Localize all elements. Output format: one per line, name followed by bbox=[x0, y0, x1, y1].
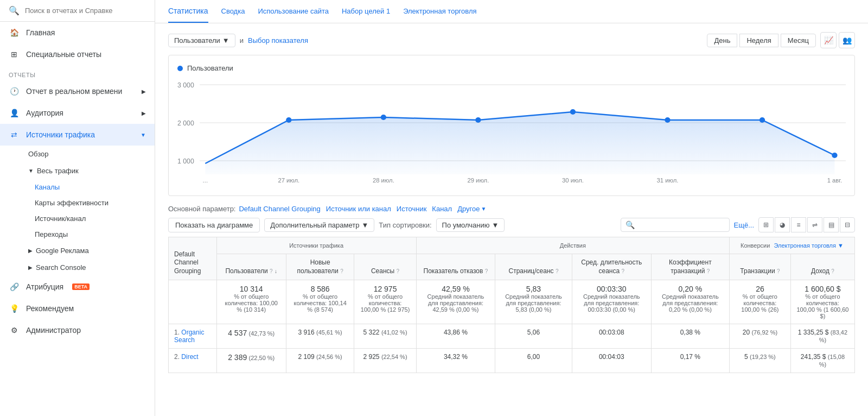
metric-dropdown-label: Пользователи bbox=[174, 36, 220, 45]
param-link-2[interactable]: Источник или канал bbox=[326, 205, 391, 213]
sidebar-item-realtime[interactable]: 🕐 Отчет в реальном времени ▶ bbox=[0, 80, 155, 102]
chevron-down-small-icon: ▼ bbox=[28, 168, 34, 174]
tab-goals[interactable]: Набор целей 1 bbox=[342, 1, 390, 23]
totals-bounce: 42,59 % Средний показатель для представл… bbox=[416, 280, 495, 324]
totals-duration: 00:03:30 Средний показатель для представ… bbox=[572, 280, 651, 324]
chevron-other-icon: ▼ bbox=[481, 206, 486, 212]
chevron-right-small-icon: ▶ bbox=[28, 248, 33, 254]
table-view-buttons: ⊞ ◕ ≡ ⇌ ▤ ⊟ bbox=[758, 217, 855, 232]
row2-revenue: 241,35 $ (15,08 %) bbox=[790, 349, 854, 373]
line-chart-btn[interactable]: 📈 bbox=[820, 32, 837, 48]
secondary-param-dropdown[interactable]: Дополнительный параметр ▼ bbox=[264, 218, 374, 232]
page-title-tab[interactable]: Статистика bbox=[168, 0, 208, 23]
tab-site-usage[interactable]: Использование сайта bbox=[258, 1, 329, 23]
show-chart-button[interactable]: Показать на диаграмме bbox=[168, 218, 260, 232]
more-options-link[interactable]: Ещё... bbox=[734, 221, 754, 229]
row1-conv-rate: 0,38 % bbox=[651, 324, 729, 349]
sidebar-item-home[interactable]: 🏠 Главная bbox=[0, 22, 155, 43]
sidebar-item-admin[interactable]: ⚙ Администратор bbox=[0, 319, 155, 341]
svg-text:1 авг.: 1 авг. bbox=[827, 177, 843, 184]
dropdown-arrow-icon: ▼ bbox=[222, 36, 229, 45]
help-icon-sessions[interactable]: ? bbox=[397, 268, 400, 274]
sidebar-subitem-overview[interactable]: Обзор bbox=[0, 146, 155, 162]
help-icon-conv-rate[interactable]: ? bbox=[707, 268, 710, 274]
time-btn-day[interactable]: День bbox=[707, 34, 737, 47]
sidebar-subitem-google-ads[interactable]: ▶ Google Реклама bbox=[0, 242, 155, 259]
totals-pages: 5,83 Средний показатель для представлени… bbox=[495, 280, 572, 324]
col-header-revenue: Доход ? bbox=[790, 254, 854, 280]
help-icon-pages[interactable]: ? bbox=[556, 268, 559, 274]
table-view-compare-btn[interactable]: ⇌ bbox=[807, 217, 822, 232]
table-group-headers: Default Channel Grouping Источники трафи… bbox=[169, 237, 855, 254]
tab-ecommerce[interactable]: Электронная торговля bbox=[403, 1, 476, 23]
totals-row: 10 314 % от общего количества: 100,00 % … bbox=[169, 280, 855, 324]
table-view-pie-btn[interactable]: ◕ bbox=[775, 217, 790, 232]
sidebar-subitem-all-traffic[interactable]: ▼ Весь трафик bbox=[0, 162, 155, 179]
sidebar-item-traffic-label: Источники трафика bbox=[26, 130, 95, 139]
sidebar-item-attribution-label: Атрибуция bbox=[26, 282, 63, 291]
sidebar-item-traffic[interactable]: ⇄ Источники трафика ▼ bbox=[0, 124, 155, 146]
row1-revenue: 1 335,25 $ (83,42 %) bbox=[790, 324, 854, 349]
sidebar-item-custom-reports[interactable]: ⊞ Специальные отчеты bbox=[0, 43, 155, 65]
sort-type-label: Тип сортировки: bbox=[379, 221, 431, 229]
table-view-pivot-btn[interactable]: ▤ bbox=[824, 217, 839, 232]
sidebar-item-admin-label: Администратор bbox=[26, 326, 81, 335]
help-icon-transactions[interactable]: ? bbox=[777, 268, 780, 274]
row2-channel-link[interactable]: Direct bbox=[181, 353, 198, 361]
primary-param-label: Основной параметр: bbox=[168, 205, 235, 213]
search-input[interactable] bbox=[25, 7, 146, 15]
sidebar-item-attribution[interactable]: 🔗 Атрибуция BETA bbox=[0, 276, 155, 298]
conversion-dropdown[interactable]: Электронная торговля ▼ bbox=[774, 242, 844, 249]
help-icon-users[interactable]: ? bbox=[270, 268, 273, 274]
chart-container: Пользователи 3 000 2 000 1 000 bbox=[168, 55, 855, 196]
param-link-4[interactable]: Канал bbox=[432, 205, 452, 213]
sidebar-subitem-referrals[interactable]: Переходы bbox=[0, 226, 155, 242]
totals-label bbox=[169, 280, 217, 324]
table-search-input[interactable] bbox=[638, 221, 725, 229]
dropdown-arr-icon: ▼ bbox=[361, 221, 368, 229]
row2-duration: 00:04:03 bbox=[572, 349, 651, 373]
param-link-3[interactable]: Источник bbox=[397, 205, 427, 213]
pie-chart-btn[interactable]: 👥 bbox=[839, 32, 855, 48]
col-header-channel: Default Channel Grouping bbox=[169, 237, 217, 280]
table-view-bar-btn[interactable]: ≡ bbox=[791, 217, 806, 232]
row1-channel: 1. Organic Search bbox=[169, 324, 217, 349]
row1-new-users: 3 916 (45,61 %) bbox=[286, 324, 354, 349]
beta-badge: BETA bbox=[72, 283, 90, 290]
time-btn-month[interactable]: Месяц bbox=[781, 34, 816, 47]
svg-point-8 bbox=[381, 115, 386, 120]
help-icon-new-users[interactable]: ? bbox=[340, 268, 343, 274]
table-view-custom-btn[interactable]: ⊟ bbox=[840, 217, 855, 232]
sort-icon-users[interactable]: ↓ bbox=[275, 268, 277, 274]
row1-sessions: 5 322 (41,02 %) bbox=[354, 324, 416, 349]
search-bar[interactable]: 🔍 bbox=[0, 0, 155, 22]
sidebar-item-audience[interactable]: 👤 Аудитория ▶ bbox=[0, 102, 155, 124]
table-view-grid-btn[interactable]: ⊞ bbox=[758, 217, 774, 232]
totals-sessions: 12 975 % от общего количества: 100,00 % … bbox=[354, 280, 416, 324]
param-link-other[interactable]: Другое ▼ bbox=[457, 205, 486, 213]
sidebar-item-recommendations-label: Рекомендуем bbox=[26, 304, 74, 313]
sidebar-item-recommendations[interactable]: 💡 Рекомендуем bbox=[0, 298, 155, 319]
sidebar-subitem-treemaps[interactable]: Карты эффективности bbox=[0, 195, 155, 211]
col-header-sessions: Сеансы ? bbox=[354, 254, 416, 280]
gear-icon: ⚙ bbox=[9, 325, 20, 336]
param-default-channel[interactable]: Default Channel Grouping bbox=[239, 205, 320, 213]
add-metric-link[interactable]: Выбор показателя bbox=[248, 36, 308, 45]
tab-svodka[interactable]: Сводка bbox=[221, 1, 245, 23]
help-icon-duration[interactable]: ? bbox=[621, 268, 624, 274]
sort-dropdown[interactable]: По умолчанию ▼ bbox=[436, 218, 505, 232]
row2-transactions: 5 (19,23 %) bbox=[729, 349, 790, 373]
help-icon-revenue[interactable]: ? bbox=[831, 268, 834, 274]
time-btn-week[interactable]: Неделя bbox=[739, 34, 778, 47]
sidebar-subitem-search-console[interactable]: ▶ Search Console bbox=[0, 259, 155, 276]
help-icon-bounce[interactable]: ? bbox=[485, 268, 488, 274]
person-icon: 👤 bbox=[9, 108, 20, 118]
line-chart: 3 000 2 000 1 000 bbox=[177, 77, 846, 185]
sidebar-subitem-channels[interactable]: Каналы bbox=[0, 179, 155, 195]
svg-text:29 июл.: 29 июл. bbox=[467, 177, 489, 184]
metric-dropdown[interactable]: Пользователи ▼ bbox=[168, 34, 235, 47]
search-icon-2: 🔍 bbox=[626, 220, 635, 229]
sidebar-subitem-source-channel[interactable]: Источник/канал bbox=[0, 211, 155, 226]
svg-text:31 июл.: 31 июл. bbox=[657, 177, 679, 184]
svg-point-13 bbox=[832, 153, 837, 158]
